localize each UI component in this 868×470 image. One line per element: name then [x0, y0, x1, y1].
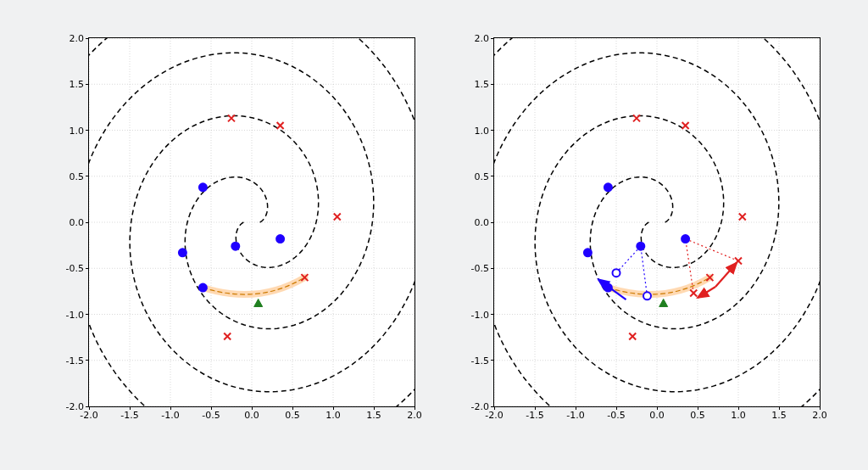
x-tick-label: -0.5 — [202, 410, 220, 421]
y-tick-label: -1.5 — [455, 355, 489, 366]
marker-circle — [231, 243, 239, 250]
y-tick-label: -2.0 — [455, 401, 489, 412]
marker-x — [735, 258, 742, 265]
panel-row: -2.0-1.5-1.0-0.50.00.51.01.52.0-2.0-1.5-… — [41, 31, 827, 441]
y-tick-label: 0.0 — [50, 217, 84, 228]
figure: -2.0-1.5-1.0-0.50.00.51.01.52.0-2.0-1.5-… — [0, 0, 868, 470]
x-tick-label: -1.5 — [526, 410, 543, 421]
marker-x — [633, 115, 640, 121]
y-tick-label: 1.5 — [50, 79, 84, 90]
marker-x — [334, 213, 341, 220]
y-tick-label: 2.0 — [50, 33, 84, 44]
marker-x — [690, 290, 697, 297]
y-tick-label: 0.5 — [455, 171, 489, 182]
x-tick-label: 2.0 — [407, 410, 422, 421]
x-tick-label: 1.5 — [771, 410, 787, 421]
right-axes: -2.0-1.5-1.0-0.50.00.51.01.52.0-2.0-1.5-… — [493, 37, 821, 407]
y-tick-label: -2.0 — [50, 401, 84, 412]
marker-circle — [613, 269, 620, 277]
marker-circle — [199, 183, 207, 191]
marker-x — [629, 333, 636, 340]
x-tick-label: 1.0 — [731, 410, 746, 421]
marker-circle — [604, 284, 612, 292]
marker-circle — [643, 292, 651, 299]
y-tick-label: 1.0 — [50, 125, 84, 136]
marker-x — [228, 115, 235, 121]
x-tick-label: 0.5 — [285, 410, 300, 421]
x-tick-label: 2.0 — [812, 410, 827, 421]
left-axes: -2.0-1.5-1.0-0.50.00.51.01.52.0-2.0-1.5-… — [88, 37, 415, 407]
plot-svg — [494, 38, 820, 406]
y-tick-label: -1.0 — [455, 309, 489, 320]
marker-x — [682, 122, 689, 129]
left-panel: -2.0-1.5-1.0-0.50.00.51.01.52.0-2.0-1.5-… — [41, 31, 422, 441]
x-tick-label: -1.0 — [161, 410, 179, 421]
y-tick-label: 1.0 — [455, 125, 489, 136]
x-tick-label: 1.5 — [366, 410, 381, 421]
x-tick-label: 0.0 — [244, 410, 259, 421]
right-panel: -2.0-1.5-1.0-0.50.00.51.01.52.0-2.0-1.5-… — [446, 31, 827, 441]
marker-circle — [276, 235, 284, 243]
x-tick-label: 1.0 — [326, 410, 341, 421]
marker-x — [224, 333, 231, 340]
x-tick-label: 0.0 — [649, 410, 665, 421]
y-tick-label: -0.5 — [50, 263, 84, 274]
marker-circle — [604, 183, 612, 191]
y-tick-label: 0.0 — [455, 217, 489, 228]
x-tick-label: -0.5 — [607, 410, 625, 421]
arrow — [715, 263, 737, 287]
marker-circle — [179, 249, 186, 256]
marker-x — [739, 213, 746, 220]
marker-circle — [682, 235, 689, 243]
marker-circle — [199, 284, 207, 292]
y-tick-label: -0.5 — [455, 263, 489, 274]
x-tick-label: -1.0 — [566, 410, 584, 421]
y-tick-label: 0.5 — [50, 171, 84, 182]
plot-svg — [89, 38, 415, 406]
marker-circle — [637, 243, 644, 250]
x-tick-label: -1.5 — [120, 410, 138, 421]
y-tick-label: -1.5 — [50, 355, 84, 366]
x-tick-label: 0.5 — [690, 410, 705, 421]
arrow — [698, 287, 715, 298]
marker-triangle — [254, 299, 263, 306]
y-tick-label: 1.5 — [455, 79, 489, 90]
y-tick-label: -1.0 — [50, 309, 84, 320]
marker-triangle — [659, 299, 668, 306]
marker-x — [277, 122, 284, 129]
marker-circle — [584, 249, 592, 256]
y-tick-label: 2.0 — [455, 33, 489, 44]
